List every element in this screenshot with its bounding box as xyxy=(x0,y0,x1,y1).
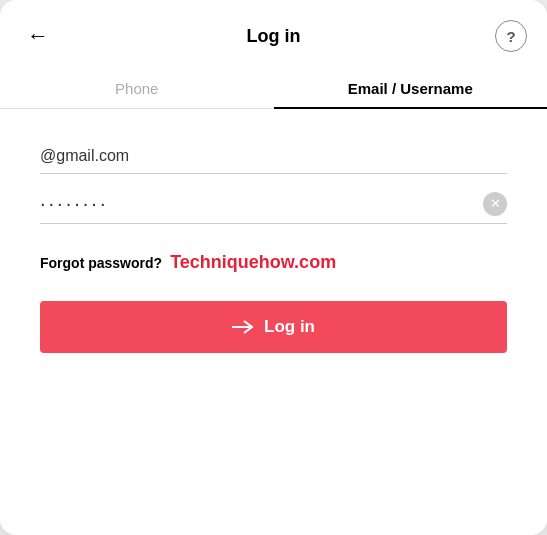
watermark-text: Techniquehow.com xyxy=(170,252,336,273)
email-input[interactable] xyxy=(40,147,507,165)
header: ← Log in ? xyxy=(0,0,547,68)
page-title: Log in xyxy=(247,26,301,47)
tab-email-username[interactable]: Email / Username xyxy=(274,68,548,109)
forgot-password-row: Forgot password? Techniquehow.com xyxy=(40,252,507,273)
password-input-group: ········ ✕ xyxy=(40,184,507,224)
arrow-right-icon xyxy=(232,320,254,334)
tab-bar: Phone Email / Username xyxy=(0,68,547,109)
email-input-group xyxy=(40,139,507,174)
password-dots: ········ xyxy=(40,192,507,215)
back-button[interactable]: ← xyxy=(20,18,56,54)
login-button-label: Log in xyxy=(264,317,315,337)
tab-phone[interactable]: Phone xyxy=(0,68,274,109)
form-content: ········ ✕ Forgot password? Techniquehow… xyxy=(0,109,547,535)
login-button[interactable]: Log in xyxy=(40,301,507,353)
help-button[interactable]: ? xyxy=(495,20,527,52)
email-input-wrapper xyxy=(40,139,507,174)
phone-frame: ← Log in ? Phone Email / Username ······… xyxy=(0,0,547,535)
back-arrow-icon: ← xyxy=(27,25,49,47)
password-input-wrapper: ········ ✕ xyxy=(40,184,507,224)
clear-password-button[interactable]: ✕ xyxy=(483,192,507,216)
forgot-password-label[interactable]: Forgot password? xyxy=(40,255,162,271)
